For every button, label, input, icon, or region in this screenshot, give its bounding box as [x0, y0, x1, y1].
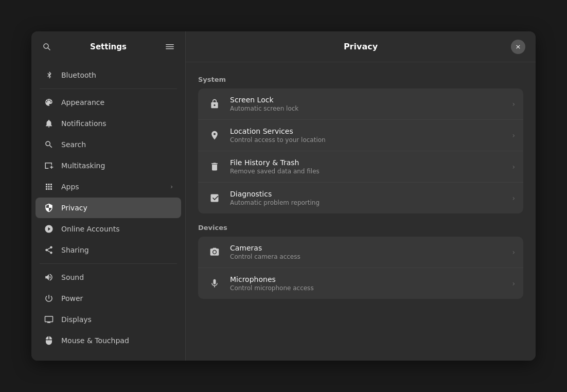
- sidebar-title: Settings: [90, 42, 127, 51]
- apps-icon: [44, 182, 54, 192]
- microphones-subtitle: Control microphone access: [230, 284, 505, 292]
- search-icon: [44, 139, 54, 150]
- sidebar-item-bluetooth[interactable]: Bluetooth: [36, 65, 181, 85]
- cameras-icon: [206, 244, 223, 260]
- system-card-list: Screen Lock Automatic screen lock › Loca…: [198, 88, 523, 213]
- sidebar-item-search-label: Search: [61, 140, 173, 149]
- location-services-icon: [206, 127, 223, 144]
- system-section-title: System: [198, 76, 523, 83]
- sidebar-item-search[interactable]: Search: [36, 134, 181, 155]
- mouse-touchpad-icon: [44, 335, 54, 346]
- sidebar-item-power[interactable]: Power: [36, 288, 181, 309]
- sidebar-item-apps-label: Apps: [61, 183, 163, 191]
- devices-section-title: Devices: [198, 224, 523, 231]
- microphones-item[interactable]: Microphones Control microphone access ›: [198, 268, 523, 299]
- location-services-item[interactable]: Location Services Control access to your…: [198, 120, 523, 151]
- screen-lock-chevron-icon: ›: [512, 100, 515, 108]
- file-history-icon: [206, 158, 223, 175]
- sidebar-item-privacy-label: Privacy: [61, 204, 173, 212]
- diagnostics-chevron-icon: ›: [512, 194, 515, 202]
- sidebar-item-online-accounts-label: Online Accounts: [61, 225, 173, 233]
- location-services-chevron-icon: ›: [512, 131, 515, 139]
- sidebar-item-sound-label: Sound: [61, 273, 173, 281]
- microphones-icon: [206, 275, 223, 292]
- cameras-chevron-icon: ›: [512, 248, 515, 256]
- cameras-item[interactable]: Cameras Control camera access ›: [198, 237, 523, 268]
- sidebar: Settings Bluetooth: [31, 31, 186, 361]
- multitasking-icon: [44, 161, 54, 171]
- privacy-icon: [44, 203, 54, 213]
- bluetooth-icon: [44, 70, 54, 80]
- sidebar-item-displays-label: Displays: [61, 315, 173, 324]
- displays-icon: [44, 314, 54, 325]
- screen-lock-item[interactable]: Screen Lock Automatic screen lock ›: [198, 88, 523, 120]
- diagnostics-title: Diagnostics: [230, 190, 505, 198]
- sidebar-item-bluetooth-label: Bluetooth: [61, 71, 173, 79]
- cameras-subtitle: Control camera access: [230, 253, 505, 260]
- microphones-text: Microphones Control microphone access: [230, 275, 505, 292]
- microphones-title: Microphones: [230, 275, 505, 283]
- sidebar-header: Settings: [31, 31, 185, 62]
- sidebar-item-privacy[interactable]: Privacy: [36, 198, 181, 218]
- apps-chevron-icon: ›: [170, 183, 173, 190]
- main-panel: Privacy × System Screen Lock Automatic s…: [186, 31, 536, 361]
- main-title: Privacy: [210, 42, 511, 51]
- screen-lock-icon: [206, 96, 223, 112]
- file-history-title: File History & Trash: [230, 158, 505, 167]
- svg-rect-3: [166, 46, 174, 47]
- sidebar-item-appearance[interactable]: Appearance: [36, 92, 181, 113]
- settings-window: Settings Bluetooth: [31, 31, 536, 361]
- screen-lock-title: Screen Lock: [230, 96, 505, 104]
- sidebar-item-mouse-touchpad-label: Mouse & Touchpad: [61, 336, 173, 345]
- sidebar-item-notifications[interactable]: Notifications: [36, 113, 181, 134]
- svg-line-1: [48, 48, 50, 50]
- sidebar-item-multitasking-label: Multitasking: [61, 162, 173, 170]
- sidebar-item-multitasking[interactable]: Multitasking: [36, 155, 181, 176]
- diagnostics-text: Diagnostics Automatic problem reporting: [230, 190, 505, 206]
- svg-rect-2: [166, 44, 174, 45]
- microphones-chevron-icon: ›: [512, 279, 515, 288]
- divider-1: [40, 88, 177, 89]
- cameras-text: Cameras Control camera access: [230, 244, 505, 260]
- sound-icon: [44, 272, 54, 282]
- divider-2: [40, 263, 177, 264]
- file-history-chevron-icon: ›: [512, 163, 515, 171]
- online-accounts-icon: [44, 224, 54, 234]
- sidebar-items: Bluetooth Appearance Notif: [31, 62, 185, 361]
- sidebar-item-sound[interactable]: Sound: [36, 267, 181, 288]
- power-icon: [44, 293, 54, 304]
- sharing-icon: [44, 245, 54, 255]
- close-button[interactable]: ×: [511, 40, 525, 54]
- location-services-text: Location Services Control access to your…: [230, 127, 505, 144]
- notifications-icon: [44, 118, 54, 129]
- appearance-icon: [44, 97, 54, 108]
- sidebar-item-displays[interactable]: Displays: [36, 309, 181, 330]
- menu-icon-button[interactable]: [163, 40, 177, 54]
- sidebar-item-online-accounts[interactable]: Online Accounts: [36, 219, 181, 239]
- cameras-title: Cameras: [230, 244, 505, 252]
- svg-rect-4: [166, 48, 174, 49]
- sidebar-item-apps[interactable]: Apps ›: [36, 176, 181, 197]
- file-history-item[interactable]: File History & Trash Remove saved data a…: [198, 151, 523, 183]
- sidebar-item-mouse-touchpad[interactable]: Mouse & Touchpad: [36, 330, 181, 351]
- file-history-subtitle: Remove saved data and files: [230, 168, 505, 175]
- file-history-text: File History & Trash Remove saved data a…: [230, 158, 505, 175]
- main-header: Privacy ×: [186, 31, 536, 62]
- location-services-subtitle: Control access to your location: [230, 136, 505, 144]
- search-icon-button[interactable]: [40, 40, 54, 54]
- sidebar-item-sharing[interactable]: Sharing: [36, 240, 181, 260]
- sidebar-item-notifications-label: Notifications: [61, 119, 173, 128]
- screen-lock-text: Screen Lock Automatic screen lock: [230, 96, 505, 112]
- screen-lock-subtitle: Automatic screen lock: [230, 105, 505, 112]
- devices-card-list: Cameras Control camera access › Micropho…: [198, 237, 523, 299]
- diagnostics-item[interactable]: Diagnostics Automatic problem reporting …: [198, 183, 523, 213]
- main-content: System Screen Lock Automatic screen lock…: [186, 62, 536, 361]
- sidebar-item-sharing-label: Sharing: [61, 246, 173, 254]
- sidebar-item-appearance-label: Appearance: [61, 98, 173, 106]
- diagnostics-subtitle: Automatic problem reporting: [230, 199, 505, 206]
- diagnostics-icon: [206, 190, 223, 206]
- sidebar-item-power-label: Power: [61, 294, 173, 302]
- location-services-title: Location Services: [230, 127, 505, 135]
